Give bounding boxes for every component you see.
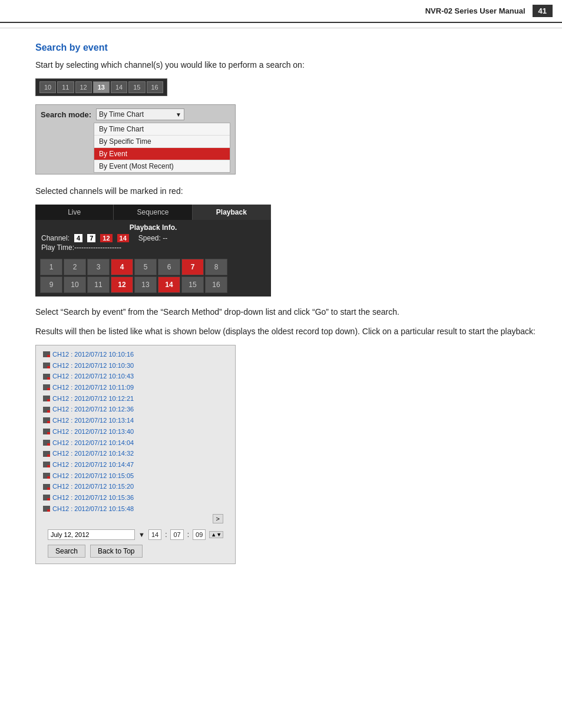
results-container: CH12 : 2012/07/12 10:10:16CH12 : 2012/07… — [35, 345, 236, 564]
channel-14: 14 — [117, 234, 129, 242]
ch-9[interactable]: 9 — [40, 276, 62, 293]
result-item[interactable]: CH12 : 2012/07/12 10:14:32 — [43, 448, 228, 459]
next-page-button[interactable]: > — [213, 514, 223, 523]
dropdown-option-by-specific-time[interactable]: By Specific Time — [94, 136, 230, 148]
ch-2[interactable]: 2 — [64, 259, 86, 275]
channel-7: 7 — [87, 234, 95, 242]
result-icon — [43, 495, 50, 500]
channel-grid-row1: 1 2 3 4 5 6 7 8 — [40, 259, 266, 275]
ch-15[interactable]: 15 — [181, 276, 204, 293]
pagination-row: > — [43, 514, 228, 523]
search-mode-dropdown[interactable]: By Time Chart ▼ — [96, 108, 184, 120]
ch-tab-10[interactable]: 10 — [39, 81, 56, 93]
result-label: CH12 : 2012/07/12 10:12:36 — [52, 404, 134, 415]
ch-6[interactable]: 6 — [158, 259, 180, 275]
ch-tab-11[interactable]: 11 — [57, 81, 74, 93]
result-item[interactable]: CH12 : 2012/07/12 10:13:14 — [43, 415, 228, 426]
ch-3[interactable]: 3 — [87, 259, 110, 275]
result-item[interactable]: CH12 : 2012/07/12 10:15:36 — [43, 492, 228, 503]
search-mode-label: Search mode: — [41, 110, 91, 119]
tab-live[interactable]: Live — [35, 205, 114, 220]
dropdown-option-by-event-(most-recent)[interactable]: By Event (Most Recent) — [94, 160, 230, 172]
playback-info-title: Playback Info. — [41, 223, 265, 232]
ch-tab-12[interactable]: 12 — [75, 81, 92, 93]
page-number: 41 — [533, 5, 553, 17]
ch-11[interactable]: 11 — [87, 276, 110, 293]
result-icon — [43, 451, 50, 457]
result-item[interactable]: CH12 : 2012/07/12 10:12:21 — [43, 393, 228, 404]
result-label: CH12 : 2012/07/12 10:14:47 — [52, 459, 134, 470]
channel-grid: 1 2 3 4 5 6 7 8 9 10 11 12 13 14 15 16 — [35, 256, 271, 297]
result-icon — [43, 429, 50, 434]
minute-field[interactable]: 07 — [170, 529, 183, 540]
dropdown-options: By Time ChartBy Specific TimeBy EventBy … — [94, 123, 230, 173]
result-item[interactable]: CH12 : 2012/07/12 10:10:43 — [43, 371, 228, 382]
result-icon — [43, 417, 50, 423]
result-item[interactable]: CH12 : 2012/07/12 10:15:20 — [43, 481, 228, 492]
ch-tab-16[interactable]: 16 — [147, 81, 163, 93]
back-to-top-button[interactable]: Back to Top — [90, 545, 142, 558]
ch-tab-14[interactable]: 14 — [111, 81, 127, 93]
result-label: CH12 : 2012/07/12 10:10:43 — [52, 371, 134, 382]
search-mode-container: Search mode: By Time Chart ▼ By Time Cha… — [35, 104, 236, 174]
channel-info-row: Channel: 4 7 12 14 Speed: -- — [41, 234, 265, 242]
channel-selector-area: 10111213141516 — [35, 78, 538, 101]
tab-sequence[interactable]: Sequence — [114, 205, 192, 220]
result-item[interactable]: CH12 : 2012/07/12 10:10:30 — [43, 360, 228, 371]
speed-label: Speed: -- — [138, 234, 167, 242]
ch-16[interactable]: 16 — [205, 276, 227, 293]
dropdown-option-by-time-chart[interactable]: By Time Chart — [94, 123, 230, 136]
result-item[interactable]: CH12 : 2012/07/12 10:10:16 — [43, 349, 228, 360]
result-icon — [43, 440, 50, 446]
ch-tab-15[interactable]: 15 — [128, 81, 145, 93]
ch-12[interactable]: 12 — [111, 276, 133, 293]
ch-14[interactable]: 14 — [158, 276, 180, 293]
result-icon — [43, 396, 50, 401]
result-icon — [43, 407, 50, 413]
search-button[interactable]: Search — [48, 545, 85, 558]
result-icon — [43, 384, 50, 390]
result-label: CH12 : 2012/07/12 10:15:20 — [52, 481, 134, 492]
result-label: CH12 : 2012/07/12 10:14:32 — [52, 448, 134, 459]
result-icon — [43, 484, 50, 490]
result-item[interactable]: CH12 : 2012/07/12 10:11:09 — [43, 382, 228, 393]
play-time-row: Play Time:-------------------- — [41, 243, 265, 252]
hour-field[interactable]: 14 — [148, 529, 161, 540]
result-label: CH12 : 2012/07/12 10:13:40 — [52, 426, 134, 437]
ch-4[interactable]: 4 — [111, 259, 133, 275]
result-label: CH12 : 2012/07/12 10:15:05 — [52, 470, 134, 482]
ch-tab-13[interactable]: 13 — [93, 81, 110, 93]
ch-5[interactable]: 5 — [134, 259, 157, 275]
ch-10[interactable]: 10 — [64, 276, 86, 293]
channel-label: Channel: — [41, 234, 70, 242]
para2: Selected channels will be marked in red: — [35, 185, 538, 197]
ch-13[interactable]: 13 — [134, 276, 157, 293]
time-sep-1: : — [165, 531, 167, 539]
result-item[interactable]: CH12 : 2012/07/12 10:15:05 — [43, 470, 228, 482]
result-item[interactable]: CH12 : 2012/07/12 10:14:47 — [43, 459, 228, 470]
play-time-label: Play Time:-------------------- — [41, 243, 121, 252]
date-input[interactable] — [48, 529, 135, 540]
time-spinner[interactable]: ▲▼ — [209, 531, 223, 538]
result-label: CH12 : 2012/07/12 10:11:09 — [52, 382, 134, 393]
result-item[interactable]: CH12 : 2012/07/12 10:13:40 — [43, 426, 228, 437]
playback-info-section: Playback Info. Channel: 4 7 12 14 Speed:… — [35, 220, 271, 256]
calendar-icon[interactable]: ▼ — [138, 531, 145, 538]
header-title: NVR-02 Series User Manual — [425, 6, 525, 15]
result-label: CH12 : 2012/07/12 10:14:04 — [52, 437, 134, 449]
channel-grid-row2: 9 10 11 12 13 14 15 16 — [40, 276, 266, 293]
tab-playback[interactable]: Playback — [193, 205, 271, 220]
second-field[interactable]: 09 — [193, 529, 206, 540]
result-icon — [43, 374, 50, 380]
result-item[interactable]: CH12 : 2012/07/12 10:15:48 — [43, 503, 228, 515]
section-heading: Search by event — [35, 42, 538, 53]
result-item[interactable]: CH12 : 2012/07/12 10:12:36 — [43, 404, 228, 415]
ch-8[interactable]: 8 — [205, 259, 227, 275]
result-item[interactable]: CH12 : 2012/07/12 10:14:04 — [43, 437, 228, 449]
dropdown-option-by-event[interactable]: By Event — [94, 148, 230, 160]
ch-1[interactable]: 1 — [40, 259, 62, 275]
ch-7[interactable]: 7 — [181, 259, 204, 275]
main-content: Search by event Start by selecting which… — [0, 33, 562, 581]
result-icon — [43, 506, 50, 512]
channel-4: 4 — [74, 234, 82, 242]
